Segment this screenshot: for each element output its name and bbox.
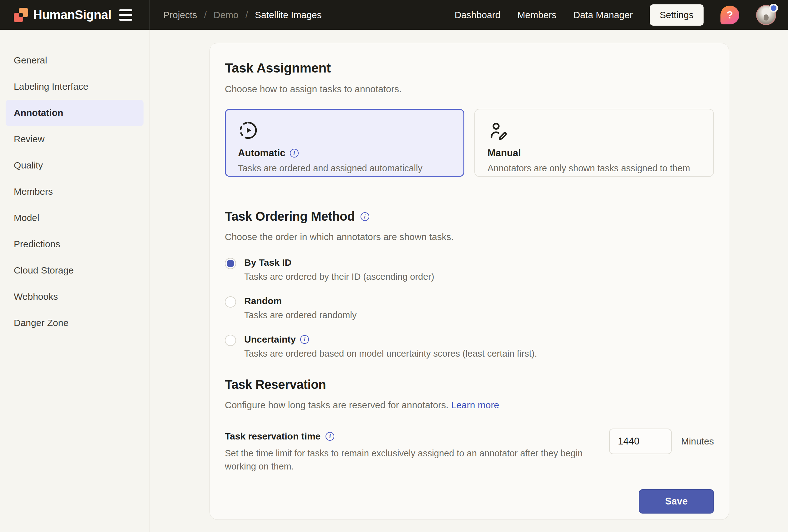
topbar-brand-zone: HumanSignal	[0, 0, 150, 30]
automatic-option-label: Automatic	[238, 147, 285, 159]
main-content: Task Assignment Choose how to assign tas…	[150, 30, 788, 532]
uncertainty-description: Tasks are ordered based on model uncerta…	[244, 349, 714, 359]
sidebar-item-members[interactable]: Members	[0, 179, 149, 205]
task-ordering-info-icon[interactable]: i	[360, 212, 369, 221]
minutes-unit-label: Minutes	[681, 436, 714, 447]
reservation-time-input[interactable]	[609, 429, 672, 454]
nav-dashboard[interactable]: Dashboard	[455, 10, 500, 20]
breadcrumb-projects[interactable]: Projects	[163, 10, 197, 20]
breadcrumb-separator: /	[204, 10, 206, 20]
sidebar-item-webhooks[interactable]: Webhooks	[0, 284, 149, 310]
user-edit-icon	[488, 120, 701, 141]
hamburger-menu-icon[interactable]	[117, 7, 134, 22]
uncertainty-info-icon[interactable]: i	[300, 335, 309, 344]
task-ordering-title: Task Ordering Method	[225, 209, 355, 224]
reservation-time-label: Task reservation time	[225, 431, 320, 442]
sidebar-item-model[interactable]: Model	[0, 205, 149, 231]
task-reservation-title: Task Reservation	[225, 377, 326, 392]
sidebar-item-predictions[interactable]: Predictions	[0, 231, 149, 257]
sidebar-item-danger-zone[interactable]: Danger Zone	[0, 310, 149, 336]
ordering-option-by-task-id: By Task ID Tasks are ordered by their ID…	[225, 257, 714, 282]
by-task-id-description: Tasks are ordered by their ID (ascending…	[244, 272, 714, 282]
manual-option-label: Manual	[488, 147, 521, 159]
sidebar-item-cloud-storage[interactable]: Cloud Storage	[0, 257, 149, 284]
radio-uncertainty[interactable]	[225, 335, 236, 346]
nav-data-manager[interactable]: Data Manager	[573, 10, 633, 20]
reservation-time-row: Task reservation time i Set the time lim…	[225, 431, 714, 473]
random-description: Tasks are ordered randomly	[244, 310, 714, 321]
sidebar-item-labeling-interface[interactable]: Labeling Interface	[0, 74, 149, 100]
sidebar-item-quality[interactable]: Quality	[0, 152, 149, 179]
sidebar-item-review[interactable]: Review	[0, 126, 149, 152]
manual-option-description: Annotators are only shown tasks assigned…	[488, 163, 701, 173]
help-icon[interactable]: ?	[721, 6, 739, 24]
reservation-time-description: Set the time limit for tasks to remain e…	[225, 447, 594, 473]
task-ordering-subtitle: Choose the order in which annotators are…	[225, 232, 714, 242]
sidebar-item-general[interactable]: General	[0, 47, 149, 74]
ordering-option-random: Random Tasks are ordered randomly	[225, 296, 714, 321]
automatic-info-icon[interactable]: i	[290, 149, 299, 158]
nav-members[interactable]: Members	[517, 10, 556, 20]
sidebar-item-annotation[interactable]: Annotation	[6, 100, 143, 126]
random-label[interactable]: Random	[244, 296, 282, 306]
play-circle-dashed-icon	[238, 120, 451, 141]
by-task-id-label[interactable]: By Task ID	[244, 257, 292, 268]
breadcrumb: Projects / Demo / Satellite Images	[163, 10, 322, 20]
topbar: HumanSignal Projects / Demo / Satellite …	[0, 0, 788, 30]
annotation-settings-card: Task Assignment Choose how to assign tas…	[210, 43, 729, 520]
task-assignment-subtitle: Choose how to assign tasks to annotators…	[225, 84, 714, 95]
assignment-option-manual[interactable]: Manual Annotators are only shown tasks a…	[474, 109, 714, 177]
task-reservation-subtitle: Configure how long tasks are reserved fo…	[225, 400, 714, 410]
settings-sidebar: General Labeling Interface Annotation Re…	[0, 30, 150, 532]
learn-more-link[interactable]: Learn more	[451, 400, 499, 410]
ordering-radio-group: By Task ID Tasks are ordered by their ID…	[225, 257, 714, 359]
assignment-options: Automatic i Tasks are ordered and assign…	[225, 109, 714, 177]
topbar-nav: Dashboard Members Data Manager Settings …	[455, 4, 788, 26]
humansignal-logo-icon	[14, 8, 28, 22]
radio-by-task-id[interactable]	[225, 258, 236, 269]
uncertainty-label[interactable]: Uncertainty	[244, 334, 296, 345]
breadcrumb-project[interactable]: Demo	[214, 10, 239, 20]
breadcrumb-separator: /	[245, 10, 248, 20]
brand-logo[interactable]: HumanSignal	[14, 8, 111, 22]
settings-button[interactable]: Settings	[650, 4, 704, 26]
notification-badge	[769, 4, 778, 13]
save-button[interactable]: Save	[639, 489, 714, 514]
reservation-time-info-icon[interactable]: i	[326, 432, 334, 441]
assignment-option-automatic[interactable]: Automatic i Tasks are ordered and assign…	[225, 109, 465, 177]
user-avatar[interactable]	[756, 5, 776, 25]
ordering-option-uncertainty: Uncertainty i Tasks are ordered based on…	[225, 334, 714, 359]
breadcrumb-current-page: Satellite Images	[255, 10, 321, 20]
radio-random[interactable]	[225, 296, 236, 308]
task-assignment-title: Task Assignment	[225, 61, 714, 76]
brand-name: HumanSignal	[33, 8, 111, 22]
automatic-option-description: Tasks are ordered and assigned automatic…	[238, 163, 451, 173]
